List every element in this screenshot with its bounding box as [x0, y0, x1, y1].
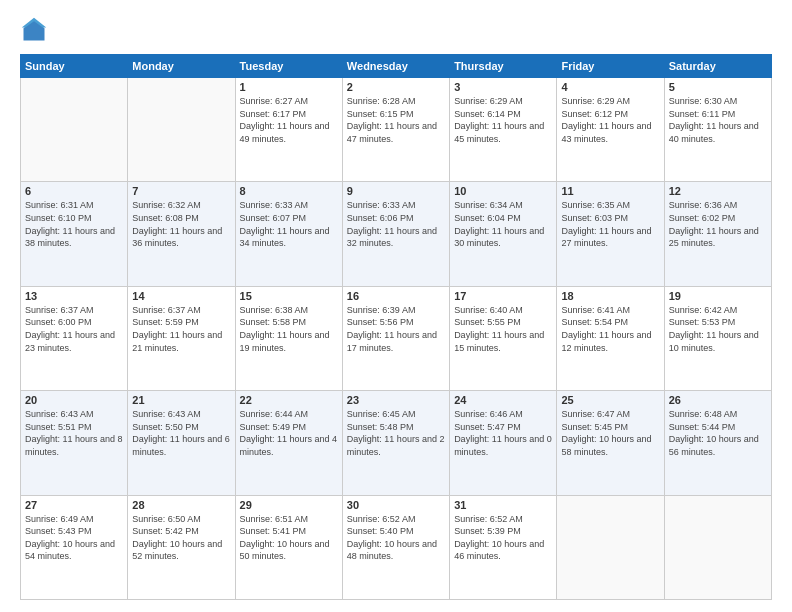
day-info: Sunrise: 6:33 AM Sunset: 6:06 PM Dayligh… [347, 199, 445, 249]
day-number: 30 [347, 499, 445, 511]
table-row: 15Sunrise: 6:38 AM Sunset: 5:58 PM Dayli… [235, 286, 342, 390]
day-info: Sunrise: 6:52 AM Sunset: 5:39 PM Dayligh… [454, 513, 552, 563]
day-number: 14 [132, 290, 230, 302]
header [20, 16, 772, 44]
day-number: 8 [240, 185, 338, 197]
calendar-header-row: Sunday Monday Tuesday Wednesday Thursday… [21, 55, 772, 78]
calendar-week-row: 13Sunrise: 6:37 AM Sunset: 6:00 PM Dayli… [21, 286, 772, 390]
day-number: 22 [240, 394, 338, 406]
col-monday: Monday [128, 55, 235, 78]
table-row: 10Sunrise: 6:34 AM Sunset: 6:04 PM Dayli… [450, 182, 557, 286]
table-row: 2Sunrise: 6:28 AM Sunset: 6:15 PM Daylig… [342, 78, 449, 182]
day-info: Sunrise: 6:27 AM Sunset: 6:17 PM Dayligh… [240, 95, 338, 145]
day-number: 2 [347, 81, 445, 93]
day-info: Sunrise: 6:32 AM Sunset: 6:08 PM Dayligh… [132, 199, 230, 249]
table-row: 21Sunrise: 6:43 AM Sunset: 5:50 PM Dayli… [128, 391, 235, 495]
day-info: Sunrise: 6:45 AM Sunset: 5:48 PM Dayligh… [347, 408, 445, 458]
day-number: 12 [669, 185, 767, 197]
table-row: 9Sunrise: 6:33 AM Sunset: 6:06 PM Daylig… [342, 182, 449, 286]
table-row: 3Sunrise: 6:29 AM Sunset: 6:14 PM Daylig… [450, 78, 557, 182]
day-number: 21 [132, 394, 230, 406]
day-info: Sunrise: 6:49 AM Sunset: 5:43 PM Dayligh… [25, 513, 123, 563]
table-row: 13Sunrise: 6:37 AM Sunset: 6:00 PM Dayli… [21, 286, 128, 390]
day-info: Sunrise: 6:33 AM Sunset: 6:07 PM Dayligh… [240, 199, 338, 249]
calendar-week-row: 6Sunrise: 6:31 AM Sunset: 6:10 PM Daylig… [21, 182, 772, 286]
day-number: 19 [669, 290, 767, 302]
table-row: 11Sunrise: 6:35 AM Sunset: 6:03 PM Dayli… [557, 182, 664, 286]
table-row: 12Sunrise: 6:36 AM Sunset: 6:02 PM Dayli… [664, 182, 771, 286]
day-number: 26 [669, 394, 767, 406]
table-row: 31Sunrise: 6:52 AM Sunset: 5:39 PM Dayli… [450, 495, 557, 599]
col-thursday: Thursday [450, 55, 557, 78]
day-number: 28 [132, 499, 230, 511]
day-number: 7 [132, 185, 230, 197]
table-row: 6Sunrise: 6:31 AM Sunset: 6:10 PM Daylig… [21, 182, 128, 286]
day-info: Sunrise: 6:39 AM Sunset: 5:56 PM Dayligh… [347, 304, 445, 354]
calendar-week-row: 20Sunrise: 6:43 AM Sunset: 5:51 PM Dayli… [21, 391, 772, 495]
day-info: Sunrise: 6:46 AM Sunset: 5:47 PM Dayligh… [454, 408, 552, 458]
day-info: Sunrise: 6:51 AM Sunset: 5:41 PM Dayligh… [240, 513, 338, 563]
table-row: 8Sunrise: 6:33 AM Sunset: 6:07 PM Daylig… [235, 182, 342, 286]
day-number: 31 [454, 499, 552, 511]
day-info: Sunrise: 6:29 AM Sunset: 6:12 PM Dayligh… [561, 95, 659, 145]
day-info: Sunrise: 6:41 AM Sunset: 5:54 PM Dayligh… [561, 304, 659, 354]
day-number: 29 [240, 499, 338, 511]
day-number: 4 [561, 81, 659, 93]
day-info: Sunrise: 6:37 AM Sunset: 5:59 PM Dayligh… [132, 304, 230, 354]
table-row [557, 495, 664, 599]
table-row: 19Sunrise: 6:42 AM Sunset: 5:53 PM Dayli… [664, 286, 771, 390]
logo-icon [20, 16, 48, 44]
table-row: 27Sunrise: 6:49 AM Sunset: 5:43 PM Dayli… [21, 495, 128, 599]
col-wednesday: Wednesday [342, 55, 449, 78]
table-row: 5Sunrise: 6:30 AM Sunset: 6:11 PM Daylig… [664, 78, 771, 182]
table-row: 14Sunrise: 6:37 AM Sunset: 5:59 PM Dayli… [128, 286, 235, 390]
day-info: Sunrise: 6:37 AM Sunset: 6:00 PM Dayligh… [25, 304, 123, 354]
day-info: Sunrise: 6:36 AM Sunset: 6:02 PM Dayligh… [669, 199, 767, 249]
day-info: Sunrise: 6:44 AM Sunset: 5:49 PM Dayligh… [240, 408, 338, 458]
day-number: 9 [347, 185, 445, 197]
col-tuesday: Tuesday [235, 55, 342, 78]
table-row: 23Sunrise: 6:45 AM Sunset: 5:48 PM Dayli… [342, 391, 449, 495]
table-row: 22Sunrise: 6:44 AM Sunset: 5:49 PM Dayli… [235, 391, 342, 495]
col-sunday: Sunday [21, 55, 128, 78]
day-number: 18 [561, 290, 659, 302]
table-row: 18Sunrise: 6:41 AM Sunset: 5:54 PM Dayli… [557, 286, 664, 390]
day-info: Sunrise: 6:31 AM Sunset: 6:10 PM Dayligh… [25, 199, 123, 249]
table-row [21, 78, 128, 182]
table-row: 28Sunrise: 6:50 AM Sunset: 5:42 PM Dayli… [128, 495, 235, 599]
day-number: 25 [561, 394, 659, 406]
day-number: 17 [454, 290, 552, 302]
day-info: Sunrise: 6:30 AM Sunset: 6:11 PM Dayligh… [669, 95, 767, 145]
table-row: 16Sunrise: 6:39 AM Sunset: 5:56 PM Dayli… [342, 286, 449, 390]
day-number: 16 [347, 290, 445, 302]
table-row: 24Sunrise: 6:46 AM Sunset: 5:47 PM Dayli… [450, 391, 557, 495]
day-info: Sunrise: 6:28 AM Sunset: 6:15 PM Dayligh… [347, 95, 445, 145]
table-row: 17Sunrise: 6:40 AM Sunset: 5:55 PM Dayli… [450, 286, 557, 390]
day-info: Sunrise: 6:34 AM Sunset: 6:04 PM Dayligh… [454, 199, 552, 249]
day-number: 20 [25, 394, 123, 406]
day-info: Sunrise: 6:43 AM Sunset: 5:50 PM Dayligh… [132, 408, 230, 458]
table-row: 26Sunrise: 6:48 AM Sunset: 5:44 PM Dayli… [664, 391, 771, 495]
day-number: 6 [25, 185, 123, 197]
table-row: 30Sunrise: 6:52 AM Sunset: 5:40 PM Dayli… [342, 495, 449, 599]
day-number: 1 [240, 81, 338, 93]
table-row: 1Sunrise: 6:27 AM Sunset: 6:17 PM Daylig… [235, 78, 342, 182]
page: Sunday Monday Tuesday Wednesday Thursday… [0, 0, 792, 612]
col-saturday: Saturday [664, 55, 771, 78]
day-number: 24 [454, 394, 552, 406]
table-row: 7Sunrise: 6:32 AM Sunset: 6:08 PM Daylig… [128, 182, 235, 286]
logo [20, 16, 52, 44]
day-info: Sunrise: 6:52 AM Sunset: 5:40 PM Dayligh… [347, 513, 445, 563]
day-info: Sunrise: 6:50 AM Sunset: 5:42 PM Dayligh… [132, 513, 230, 563]
day-number: 13 [25, 290, 123, 302]
day-info: Sunrise: 6:40 AM Sunset: 5:55 PM Dayligh… [454, 304, 552, 354]
calendar-table: Sunday Monday Tuesday Wednesday Thursday… [20, 54, 772, 600]
table-row: 20Sunrise: 6:43 AM Sunset: 5:51 PM Dayli… [21, 391, 128, 495]
calendar-week-row: 1Sunrise: 6:27 AM Sunset: 6:17 PM Daylig… [21, 78, 772, 182]
table-row: 25Sunrise: 6:47 AM Sunset: 5:45 PM Dayli… [557, 391, 664, 495]
table-row [664, 495, 771, 599]
table-row: 4Sunrise: 6:29 AM Sunset: 6:12 PM Daylig… [557, 78, 664, 182]
day-info: Sunrise: 6:35 AM Sunset: 6:03 PM Dayligh… [561, 199, 659, 249]
day-number: 15 [240, 290, 338, 302]
day-number: 5 [669, 81, 767, 93]
